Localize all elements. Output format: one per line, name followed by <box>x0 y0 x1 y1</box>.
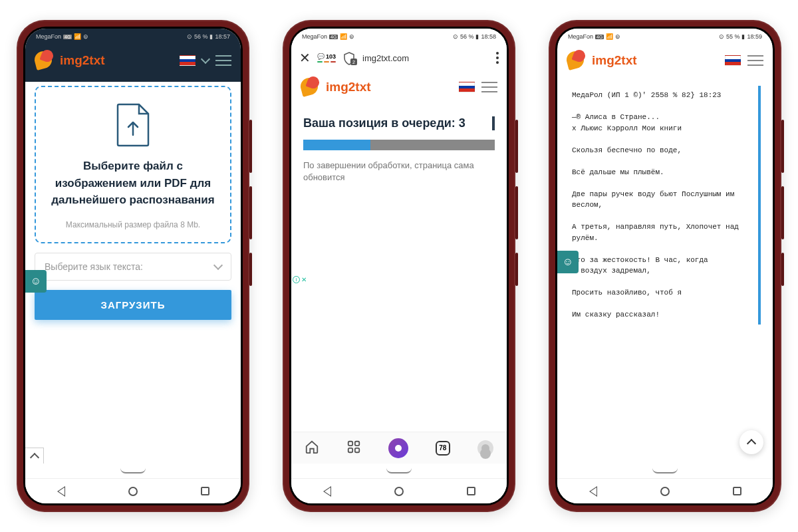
chat-widget-tab[interactable]: ☺ <box>557 251 579 273</box>
menu-icon[interactable] <box>215 55 231 66</box>
upload-title: Выберите файл с изображением или PDF для… <box>48 158 218 209</box>
svg-rect-3 <box>355 448 359 452</box>
main-content: Ваша позиция в очереди: 3 По завершении … <box>291 103 507 432</box>
url-text[interactable]: img2txt.com <box>362 53 409 63</box>
system-navbar <box>25 478 241 503</box>
main-content: Выберите файл с изображением или PDF для… <box>25 76 241 464</box>
home-icon[interactable] <box>660 487 670 496</box>
browser-apps-icon[interactable] <box>346 440 361 457</box>
app-header: img2txt <box>291 71 507 103</box>
system-navbar <box>291 478 507 503</box>
menu-icon[interactable] <box>747 55 763 66</box>
brand-text: img2txt <box>326 80 371 94</box>
status-bar: MegaFon 4G 📶 ⊚ ⊙ 56 % ▮ 18:58 <box>291 29 507 45</box>
home-icon[interactable] <box>394 487 404 496</box>
flag-ru-icon[interactable] <box>459 82 475 92</box>
security-shield-icon[interactable]: 2 <box>342 52 356 64</box>
logo-icon <box>301 78 322 96</box>
chat-widget-tab[interactable]: ☺ <box>25 270 47 293</box>
wifi-icon: ⊚ <box>83 33 88 40</box>
battery-icon: ▮ <box>209 33 213 40</box>
status-bar: MegaFon 4G 📶 ⊚ ⊙ 55 % ▮ 18:59 <box>557 29 773 45</box>
battery-label: 56 % <box>460 33 474 40</box>
browser-home-icon[interactable] <box>305 440 319 457</box>
more-menu-icon[interactable] <box>496 52 499 64</box>
phone-3: MegaFon 4G 📶 ⊚ ⊙ 55 % ▮ 18:59 img2txt <box>549 20 781 512</box>
flag-ru-icon[interactable] <box>725 55 741 66</box>
alice-assistant-icon[interactable] <box>388 438 408 458</box>
upload-button[interactable]: ЗАГРУЗИТЬ <box>35 290 231 320</box>
brand-text: img2txt <box>592 53 637 68</box>
svg-rect-2 <box>348 448 352 452</box>
eye-comfort-icon: ⊙ <box>187 33 192 40</box>
svg-rect-0 <box>348 441 352 445</box>
brand-logo[interactable]: img2txt <box>567 51 637 70</box>
back-icon[interactable] <box>589 486 597 497</box>
home-icon[interactable] <box>128 487 138 496</box>
battery-label: 56 % <box>194 33 208 40</box>
browser-toolbar: ✕ 💬103 2 img2txt.com <box>291 45 507 71</box>
clock-label: 18:58 <box>481 33 496 40</box>
signal-icon: 📶 <box>74 33 81 40</box>
recents-icon[interactable] <box>467 487 475 495</box>
shield-badge: 2 <box>350 59 357 65</box>
language-select[interactable]: Выберите язык текста: <box>35 253 231 281</box>
browser-bottom-bar: 78 <box>291 432 507 464</box>
battery-icon: ▮ <box>475 33 479 40</box>
network-badge: 4G <box>595 35 604 39</box>
recents-icon[interactable] <box>733 487 741 495</box>
queue-subtitle: По завершении обработки, страница сама о… <box>303 160 495 184</box>
back-icon[interactable] <box>57 486 65 497</box>
eye-comfort-icon: ⊙ <box>453 33 458 40</box>
recents-icon[interactable] <box>201 487 209 495</box>
comments-counter[interactable]: 💬103 <box>317 54 336 63</box>
main-content: МедаРол (ИП 1 ©)' 2558 % 82} 18:23 —® Ал… <box>557 76 773 464</box>
status-bar: MegaFon 4G 📶 ⊚ ⊙ 56 % ▮ 18:57 <box>25 29 241 45</box>
network-badge: 4G <box>329 35 338 39</box>
flag-ru-icon[interactable] <box>180 55 196 66</box>
phone-2: MegaFon 4G 📶 ⊚ ⊙ 56 % ▮ 18:58 ✕ 💬103 2 <box>283 20 515 512</box>
chevron-down-icon[interactable] <box>201 55 210 64</box>
upload-dropzone[interactable]: Выберите файл с изображением или PDF для… <box>35 86 231 243</box>
menu-icon[interactable] <box>481 82 497 92</box>
phone-1: MegaFon 4G 📶 ⊚ ⊙ 56 % ▮ 18:57 img2txt <box>17 20 249 512</box>
collapse-toggle[interactable] <box>25 448 44 464</box>
ad-close[interactable]: i✕ <box>293 276 307 283</box>
carrier-label: MegaFon <box>302 33 327 40</box>
battery-icon: ▮ <box>741 33 745 40</box>
close-icon[interactable]: ✕ <box>299 50 311 66</box>
clock-label: 18:59 <box>747 33 762 40</box>
brand-logo[interactable]: img2txt <box>301 78 371 96</box>
language-placeholder: Выберите язык текста: <box>45 261 143 272</box>
profile-icon[interactable] <box>477 440 493 456</box>
network-badge: 4G <box>63 35 72 39</box>
gesture-bar <box>25 464 241 478</box>
scroll-top-button[interactable] <box>739 430 763 454</box>
app-header: img2txt <box>25 45 241 76</box>
brand-logo[interactable]: img2txt <box>35 51 105 70</box>
file-upload-icon <box>115 103 151 147</box>
signal-icon: 📶 <box>606 33 613 40</box>
upload-subtitle: Максимальный размер файла 8 Mb. <box>48 219 218 231</box>
clock-label: 18:57 <box>215 33 230 40</box>
eye-comfort-icon: ⊙ <box>719 33 724 40</box>
queue-title: Ваша позиция в очереди: 3 <box>303 116 495 130</box>
back-icon[interactable] <box>323 486 331 497</box>
wifi-icon: ⊚ <box>615 33 620 40</box>
carrier-label: MegaFon <box>568 33 593 40</box>
signal-icon: 📶 <box>340 33 347 40</box>
gesture-bar <box>557 464 773 478</box>
svg-rect-1 <box>355 441 359 445</box>
gesture-bar <box>291 464 507 478</box>
system-navbar <box>557 478 773 503</box>
wifi-icon: ⊚ <box>349 33 354 40</box>
ocr-result-text[interactable]: МедаРол (ИП 1 ©)' 2558 % 82} 18:23 —® Ал… <box>569 86 761 325</box>
progress-bar <box>303 140 495 150</box>
carrier-label: MegaFon <box>36 33 61 40</box>
logo-icon <box>567 51 588 70</box>
tabs-count[interactable]: 78 <box>436 441 450 456</box>
logo-icon <box>35 51 56 70</box>
comment-icon: 💬 <box>317 54 325 60</box>
brand-text: img2txt <box>60 53 105 68</box>
chevron-down-icon <box>213 261 223 270</box>
